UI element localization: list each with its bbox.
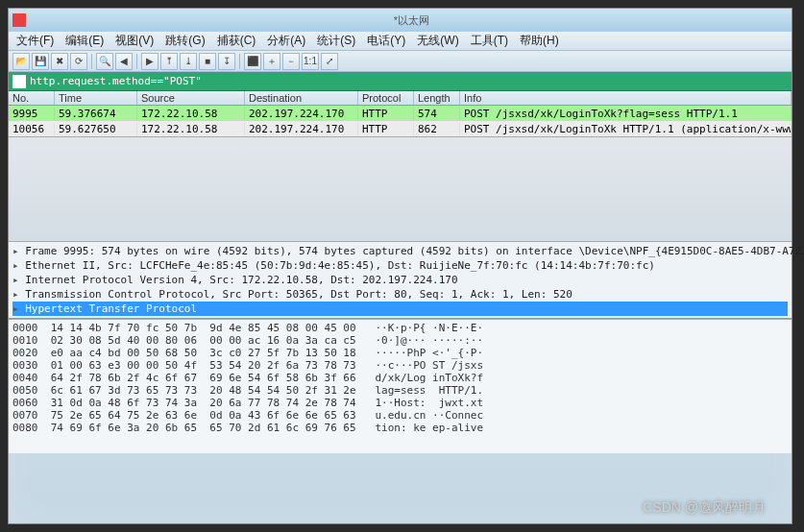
zoom-in-icon[interactable]: ＋ [263,53,280,70]
packet-list-header: No. Time Source Destination Protocol Len… [9,91,792,106]
save-icon[interactable]: 💾 [32,53,49,70]
detail-line[interactable]: Ethernet II, Src: LCFCHeFe_4e:85:45 (50:… [12,258,788,273]
zoom-reset-icon[interactable]: 1:1 [302,53,319,70]
menu-item[interactable]: 捕获(C) [213,33,260,49]
app-icon [12,13,26,27]
detail-line[interactable]: Frame 9995: 574 bytes on wire (4592 bits… [12,244,788,258]
window-title: *以太网 [32,13,792,28]
cell: HTTP [358,108,414,120]
main-toolbar: 📂💾✖⟳🔍◀▶⤒⤓■↧⬛＋－1:1⤢ [9,51,792,72]
menu-bar: 文件(F)编辑(E)视图(V)跳转(G)捕获(C)分析(A)统计(S)电话(Y)… [9,32,792,51]
detail-line[interactable]: Transmission Control Protocol, Src Port:… [12,287,788,302]
menu-item[interactable]: 跳转(G) [161,33,208,49]
display-filter-input[interactable]: http.request.method=="POST" [30,75,202,87]
cell: 59.627650 [55,123,137,135]
col-time[interactable]: Time [55,91,137,105]
detail-line[interactable]: Internet Protocol Version 4, Src: 172.22… [12,273,788,287]
cell: 202.197.224.170 [245,108,358,120]
display-filter-bar[interactable]: http.request.method=="POST" [9,72,792,91]
packet-details-pane[interactable]: Frame 9995: 574 bytes on wire (4592 bits… [9,242,792,319]
detail-line[interactable]: Hypertext Transfer Protocol [12,302,788,316]
watermark-text: CSDN @邀风醉明月 [643,499,766,517]
find-icon[interactable]: 🔍 [96,53,113,70]
coloring-icon[interactable]: ⬛ [244,53,261,70]
cell: 172.22.10.58 [137,123,245,135]
cell: 574 [414,108,460,120]
autoscroll-icon[interactable]: ↧ [218,53,235,70]
reload-icon[interactable]: ⟳ [70,53,87,70]
toolbar-separator [136,54,137,69]
col-no[interactable]: No. [9,91,55,105]
menu-item[interactable]: 分析(A) [263,33,309,49]
cell: POST /jsxsd/xk/LoginToXk HTTP/1.1 (appli… [460,123,792,135]
stop-icon[interactable]: ■ [199,53,216,70]
cell: HTTP [358,123,414,135]
cell: 172.22.10.58 [137,108,245,120]
cell: 10056 [9,123,55,135]
menu-item[interactable]: 视图(V) [111,33,158,49]
jump-icon[interactable]: ⤓ [180,53,197,70]
toolbar-separator [91,54,92,69]
cell: 59.376674 [55,108,137,120]
title-bar: *以太网 [9,9,792,32]
zoom-out-icon[interactable]: － [282,53,300,70]
menu-item[interactable]: 统计(S) [313,33,359,49]
menu-item[interactable]: 无线(W) [413,33,462,49]
menu-item[interactable]: 电话(Y) [363,33,409,49]
close-icon[interactable]: ✖ [51,53,68,70]
cell: 862 [414,123,460,135]
col-protocol[interactable]: Protocol [358,91,414,105]
col-source[interactable]: Source [137,91,245,105]
forward-icon[interactable]: ▶ [141,53,158,70]
cell: 9995 [9,108,55,120]
toolbar-separator [239,54,240,69]
menu-item[interactable]: 编辑(E) [61,33,108,49]
back-icon[interactable]: ◀ [115,53,133,70]
packet-row[interactable]: 1005659.627650172.22.10.58202.197.224.17… [9,121,792,136]
cell: 202.197.224.170 [245,123,358,135]
cell: POST /jsxsd/xk/LoginToXk?flag=sess HTTP/… [460,108,792,120]
col-destination[interactable]: Destination [245,91,358,105]
packet-list-empty-area [9,136,792,242]
col-info[interactable]: Info [460,91,792,105]
menu-item[interactable]: 文件(F) [12,33,58,49]
col-length[interactable]: Length [414,91,460,105]
resize-icon[interactable]: ⤢ [321,53,338,70]
menu-item[interactable]: 工具(T) [467,33,512,49]
packet-row[interactable]: 999559.376674172.22.10.58202.197.224.170… [9,106,792,121]
bookmark-icon[interactable] [12,75,26,88]
goto-icon[interactable]: ⤒ [160,53,178,70]
menu-item[interactable]: 帮助(H) [516,33,563,49]
packet-bytes-pane[interactable]: 0000 14 14 4b 7f 70 fc 50 7b 9d 4e 85 45… [9,319,792,453]
file-open-icon[interactable]: 📂 [12,53,30,70]
packet-list[interactable]: 999559.376674172.22.10.58202.197.224.170… [9,106,792,136]
